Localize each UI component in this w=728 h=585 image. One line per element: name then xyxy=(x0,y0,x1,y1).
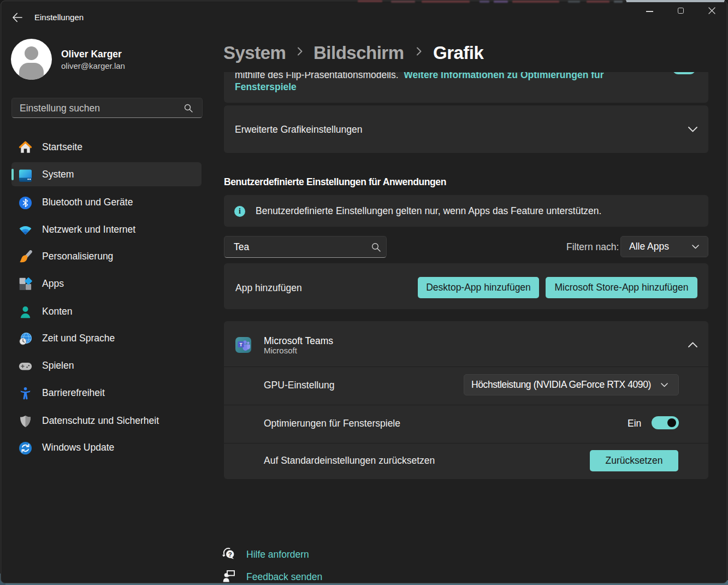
svg-text:?: ? xyxy=(228,551,232,558)
svg-text:T: T xyxy=(239,342,242,347)
